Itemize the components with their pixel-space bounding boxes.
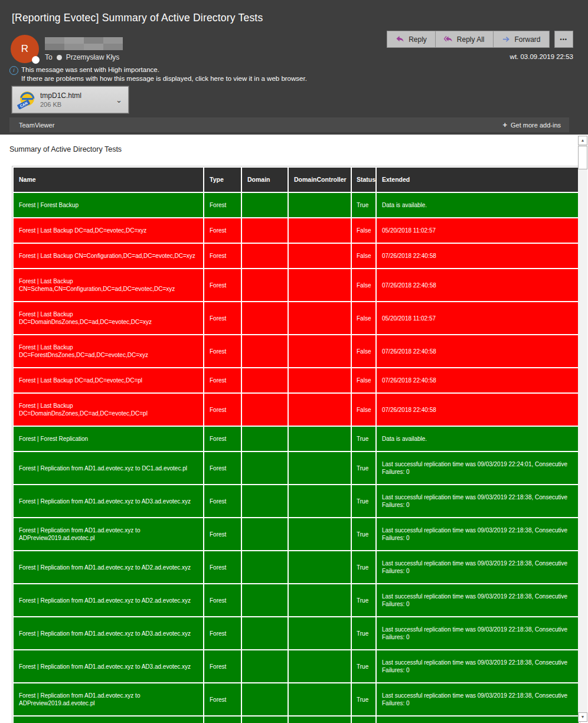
name-cell — [14, 717, 203, 723]
status-cell: False — [352, 335, 375, 367]
status-cell: True — [352, 427, 375, 451]
name-cell: Forest | Last Backup DC=ad,DC=evotec,DC=… — [14, 218, 203, 243]
status-cell: True — [352, 650, 375, 682]
domaincontroller-cell — [289, 650, 351, 682]
table-row: Forest | Last Backup CN=Schema,CN=Config… — [14, 269, 579, 301]
table-row: Forest | Replication from AD1.ad.evotec.… — [14, 485, 579, 517]
scroll-down-button[interactable]: ▼ — [578, 712, 587, 722]
type-cell: Forest — [204, 683, 241, 715]
status-cell: True — [352, 485, 375, 517]
table-header-row: Name Type Domain DomainController Status… — [14, 168, 579, 192]
extended-cell: 07/26/2018 22:40:58 — [377, 335, 579, 367]
view-in-browser-notice[interactable]: If there are problems with how this mess… — [21, 74, 307, 83]
domaincontroller-cell — [289, 193, 351, 217]
name-cell: Forest | Last Backup DC=DomainDnsZones,D… — [14, 302, 203, 334]
html-file-icon: CAN — [17, 90, 36, 109]
reply-all-arrow-icon — [444, 35, 453, 43]
reply-arrow-icon — [396, 35, 404, 43]
presence-indicator-icon — [32, 56, 40, 64]
recipient-line: To Przemysław Kłys — [45, 53, 119, 61]
extended-cell: Last successful replication time was 09/… — [377, 584, 579, 616]
vertical-scrollbar[interactable]: ▲ ▼ — [578, 136, 587, 722]
scroll-up-button[interactable]: ▲ — [578, 136, 587, 145]
more-actions-button[interactable]: ••• — [554, 31, 573, 48]
domain-cell — [242, 518, 288, 550]
name-cell: Forest | Last Backup DC=DomainDnsZones,D… — [14, 394, 203, 426]
name-cell: Forest | Replication from AD1.ad.evotec.… — [14, 650, 203, 682]
recipient-presence-icon — [57, 55, 62, 60]
ad-tests-table: Name Type Domain DomainController Status… — [12, 166, 580, 723]
status-cell: False — [352, 244, 375, 268]
recipient-name[interactable]: Przemysław Kłys — [66, 53, 120, 61]
extended-cell: Last successful replication time was 09/… — [377, 518, 579, 550]
name-cell: Forest | Replication from AD1.ad.evotec.… — [14, 551, 203, 583]
domaincontroller-cell — [289, 394, 351, 426]
extended-cell: Last successful replication time was 09/… — [377, 683, 579, 715]
domaincontroller-cell — [289, 244, 351, 268]
domaincontroller-cell — [289, 452, 351, 484]
status-cell: False — [352, 218, 375, 243]
table-row: Forest | Last Backup CN=Configuration,DC… — [14, 244, 579, 268]
table-row: Forest | Last Backup DC=ForestDnsZones,D… — [14, 335, 579, 367]
name-cell: Forest | Forest Replication — [14, 427, 203, 451]
domain-cell — [242, 427, 288, 451]
table-row: Forest | Replication from AD1.ad.evotec.… — [14, 584, 579, 616]
table-row: Forest | Replication from AD1.ad.evotec.… — [14, 551, 579, 583]
status-cell: False — [352, 368, 375, 392]
extended-cell: 07/26/2018 22:40:58 — [377, 394, 579, 426]
reply-button[interactable]: Reply — [387, 31, 436, 48]
email-subject: [Reporting Evotec] Summary of Active Dir… — [12, 12, 263, 24]
table-row: Forest | Replication from AD1.ad.evotec.… — [14, 683, 579, 715]
table-row: Forest | Forest Replication Forest True … — [14, 427, 579, 451]
domain-cell — [242, 368, 288, 392]
domain-cell — [242, 302, 288, 334]
extended-cell: 05/20/2018 11:02:57 — [377, 218, 579, 243]
attachment-size: 206 KB — [40, 100, 81, 109]
message-notices: i This message was sent with High import… — [9, 66, 307, 83]
table-row: Forest | Last Backup DC=DomainDnsZones,D… — [14, 302, 579, 334]
extended-cell: Last successful replication time was 09/… — [377, 617, 579, 649]
extended-cell: 07/26/2018 22:40:58 — [377, 269, 579, 301]
teamviewer-addin[interactable]: TeamViewer — [19, 122, 54, 129]
col-header-domain: Domain — [242, 168, 288, 192]
attachment-dropdown-chevron-icon[interactable]: ⌄ — [116, 96, 122, 104]
domaincontroller-cell — [289, 269, 351, 301]
status-cell: True — [352, 683, 375, 715]
type-cell: Forest — [204, 302, 241, 334]
extended-cell: Last successful replication time was 09/… — [377, 452, 579, 484]
domain-cell — [242, 717, 288, 723]
reply-all-button[interactable]: Reply All — [436, 31, 494, 48]
domaincontroller-cell — [289, 302, 351, 334]
type-cell: Forest — [204, 584, 241, 616]
ellipsis-icon: ••• — [560, 37, 567, 42]
name-cell: Forest | Replication from AD1.ad.evotec.… — [14, 683, 203, 715]
extended-cell: Data is available. — [377, 427, 579, 451]
name-cell: Forest | Last Backup CN=Schema,CN=Config… — [14, 269, 203, 301]
table-row: Forest | Last Backup DC=DomainDnsZones,D… — [14, 394, 579, 426]
extended-cell: Last successful replication time was 09/… — [377, 650, 579, 682]
table-row: Last successful replication time was 09/… — [14, 717, 579, 723]
get-more-addins-button[interactable]: + Get more add-ins — [502, 120, 561, 129]
type-cell — [204, 717, 241, 723]
sender-name-redacted — [45, 37, 123, 50]
domain-cell — [242, 244, 288, 268]
domaincontroller-cell — [289, 584, 351, 616]
status-cell: True — [352, 452, 375, 484]
to-label: To — [45, 53, 53, 61]
domain-cell — [242, 683, 288, 715]
type-cell: Forest — [204, 518, 241, 550]
table-row: Forest | Last Backup DC=ad,DC=evotec,DC=… — [14, 368, 579, 392]
type-cell: Forest — [204, 650, 241, 682]
type-cell: Forest — [204, 617, 241, 649]
table-row: Forest | Replication from AD1.ad.evotec.… — [14, 518, 579, 550]
scrollbar-thumb[interactable] — [578, 146, 587, 169]
domaincontroller-cell — [289, 551, 351, 583]
type-cell: Forest — [204, 193, 241, 217]
domaincontroller-cell — [289, 717, 351, 723]
domain-cell — [242, 193, 288, 217]
type-cell: Forest — [204, 244, 241, 268]
forward-button[interactable]: Forward — [494, 31, 550, 48]
domaincontroller-cell — [289, 485, 351, 517]
col-header-status: Status — [352, 168, 375, 192]
attachment-card[interactable]: CAN tmpD1C.html 206 KB ⌄ — [12, 86, 129, 113]
